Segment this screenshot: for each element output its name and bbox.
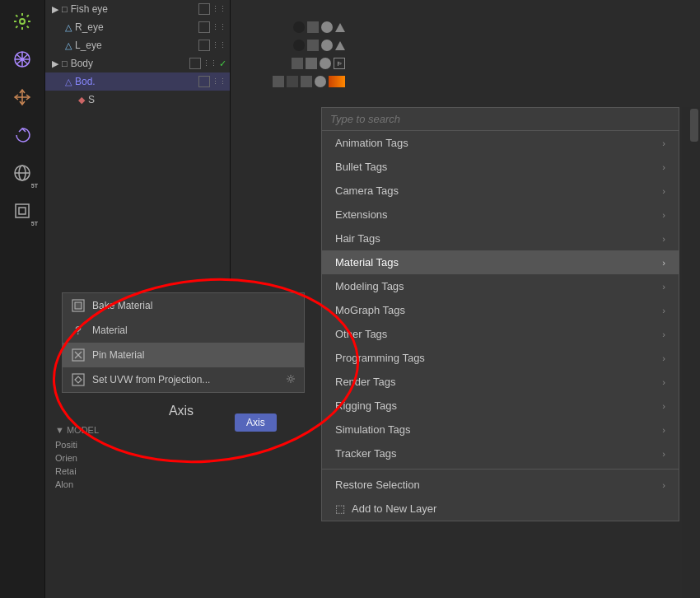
icon-row-fisheye (231, 0, 350, 18)
svg-point-0 (20, 19, 25, 24)
om-row-s[interactable]: ◆ S (45, 91, 230, 109)
animation-tags-label: Animation Tags (335, 137, 408, 149)
om-right-icons: 🏳 (231, 0, 350, 107)
rigging-tags-chevron: › (662, 401, 665, 411)
icon-bod-gradient (329, 76, 345, 87)
extensions-chevron: › (662, 210, 665, 220)
square-reye (307, 21, 319, 33)
prop-positi: Positi (55, 438, 307, 451)
om-expand-icon: ▶ (52, 4, 58, 15)
mograph-tags-chevron: › (662, 306, 665, 315)
ctx-pin-material[interactable]: Pin Material (63, 343, 304, 367)
ctx-simulation-tags[interactable]: Simulation Tags › (322, 418, 679, 441)
om-expand-icon-body: ▶ (52, 58, 58, 69)
ctx-bullet-tags[interactable]: Bullet Tags › (322, 155, 679, 179)
om-triangle-icon: △ (65, 22, 72, 33)
om-label-reye: R_eye (75, 21, 104, 33)
om-row-bod[interactable]: △ Bod. ⋮⋮ (45, 72, 230, 91)
scrollbar-track (688, 107, 700, 598)
om-obj-icon-body: □ (62, 58, 68, 68)
om-triangle-icon-bod: △ (65, 77, 72, 87)
om-row-fish-eye[interactable]: ▶ □ Fish eye ⋮⋮ (45, 0, 230, 18)
om-label-bod: Bod. (75, 76, 96, 87)
gear-toolbar-icon[interactable] (5, 4, 40, 39)
mesh-toolbar-icon[interactable] (5, 42, 40, 77)
render-tags-chevron: › (662, 377, 665, 387)
camera-tags-label: Camera Tags (335, 185, 399, 197)
icon-bod-2 (287, 76, 298, 87)
om-row-icons-leye: ⋮⋮ (198, 40, 230, 51)
programming-tags-chevron: › (662, 353, 665, 363)
left-toolbar: 5T 5T (0, 0, 45, 598)
material-tags-label: Material Tags (335, 256, 399, 269)
rotate-toolbar-icon[interactable] (5, 118, 40, 152)
square-leye (307, 40, 319, 51)
bullet-tags-label: Bullet Tags (335, 161, 387, 173)
bake-material-icon (71, 298, 86, 313)
axis-button[interactable]: Axis (235, 413, 277, 432)
om-row-leye[interactable]: △ L_eye ⋮⋮ (45, 36, 230, 54)
ctx-other-tags[interactable]: Other Tags › (322, 322, 679, 346)
ctx-camera-tags[interactable]: Camera Tags › (322, 179, 679, 203)
ctx-modeling-tags[interactable]: Modeling Tags › (322, 274, 679, 298)
modeling-tags-chevron: › (662, 282, 665, 292)
om-triangle-icon-leye: △ (65, 40, 72, 51)
ctx-tracker-tags[interactable]: Tracker Tags › (322, 441, 679, 465)
prop-retai: Retai (55, 465, 307, 478)
set-uvw-icon (71, 372, 86, 387)
icon-body-2 (306, 58, 317, 69)
ctx-bake-material[interactable]: Bake Material (63, 293, 304, 318)
om-obj-icon: □ (62, 4, 68, 14)
om-row-reye[interactable]: △ R_eye ⋮⋮ (45, 18, 230, 36)
pin-material-label: Pin Material (92, 349, 144, 361)
material-tags-chevron: › (662, 258, 665, 268)
icon-bod-1 (273, 76, 284, 87)
modeling-tags-label: Modeling Tags (335, 280, 404, 292)
om-label-body: Body (71, 58, 93, 69)
om-diamond-icon: ◆ (78, 95, 85, 105)
sphere-light-reye (321, 21, 333, 33)
svg-point-12 (289, 377, 292, 381)
ctx-mograph-tags[interactable]: MoGraph Tags › (322, 298, 679, 322)
svg-rect-11 (72, 374, 84, 385)
icon-row-leye (231, 36, 350, 54)
tri-reye (335, 23, 345, 32)
icon-row-bod (231, 72, 350, 91)
ctx-animation-tags[interactable]: Animation Tags › (322, 131, 679, 155)
menu-divider (322, 469, 679, 470)
om-label-leye: L_eye (75, 40, 102, 51)
scrollbar-thumb[interactable] (690, 109, 698, 142)
object-manager: ▶ □ Fish eye ⋮⋮ △ R_eye ⋮⋮ △ L_eye ⋮⋮ ▶ … (45, 0, 231, 280)
icon-body-flag: 🏳 (334, 58, 345, 69)
move-toolbar-icon[interactable] (5, 80, 40, 114)
search-box[interactable] (322, 108, 679, 131)
search-input[interactable] (330, 113, 670, 125)
ctx-hair-tags[interactable]: Hair Tags › (322, 227, 679, 250)
ctx-set-uvw[interactable]: Set UVW from Projection... (63, 367, 304, 392)
ctx-programming-tags[interactable]: Programming Tags › (322, 346, 679, 370)
svg-rect-4 (16, 204, 29, 217)
other-tags-chevron: › (662, 329, 665, 339)
animation-tags-chevron: › (662, 138, 665, 148)
rigging-tags-label: Rigging Tags (335, 399, 397, 412)
ctx-material[interactable]: ? Material (63, 318, 304, 343)
globe-toolbar-icon[interactable]: 5T (5, 156, 40, 190)
om-check-body: ✓ (219, 58, 226, 69)
om-row-body[interactable]: ▶ □ Body ⋮⋮ ✓ (45, 54, 230, 72)
simulation-tags-chevron: › (662, 425, 665, 435)
ctx-rigging-tags[interactable]: Rigging Tags › (322, 394, 679, 418)
icon-body-1 (292, 58, 303, 69)
ctx-add-to-new-layer[interactable]: ⬚ Add to New Layer (322, 497, 679, 521)
frame-toolbar-icon[interactable]: 5T (5, 194, 40, 228)
mograph-tags-label: MoGraph Tags (335, 304, 405, 316)
ctx-material-tags[interactable]: Material Tags › (322, 250, 679, 274)
ctx-extensions[interactable]: Extensions › (322, 203, 679, 227)
ctx-restore-selection[interactable]: Restore Selection › (322, 473, 679, 497)
icon-bod-sphere (315, 76, 326, 87)
axis-label: Axis (169, 404, 194, 418)
programming-tags-label: Programming Tags (335, 352, 425, 364)
icon-bod-3 (301, 76, 312, 87)
material-icon: ? (71, 323, 86, 338)
ctx-render-tags[interactable]: Render Tags › (322, 370, 679, 394)
simulation-tags-label: Simulation Tags (335, 423, 411, 436)
